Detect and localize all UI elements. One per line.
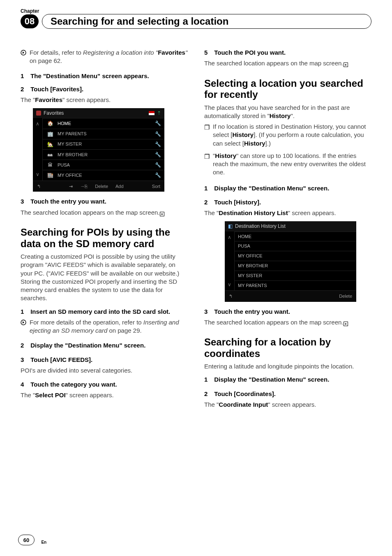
step-title: Display the "Destination Menu" screen.	[214, 376, 329, 383]
list-item-label: MY BROTHER	[238, 263, 352, 269]
note-bold: History	[215, 152, 236, 159]
chapter-title-wrap: Searching for and selecting a location	[42, 14, 371, 29]
step-title: Touch [Coordinates].	[214, 390, 276, 397]
step-number: 4	[21, 380, 29, 389]
ref-italic-2: "	[185, 49, 187, 56]
step-title: Display the "Destination Menu" screen.	[214, 185, 329, 192]
scroll-down-icon[interactable]: ∨	[225, 279, 234, 290]
edit-icon[interactable]: 🔧	[155, 172, 161, 178]
section-title-recent: Selecting a location you searched for re…	[204, 78, 371, 100]
coord-intro: Entering a latitude and longitude pinpoi…	[204, 362, 371, 371]
step-title: Insert an SD memory card into the SD car…	[30, 308, 170, 315]
step-number: 5	[204, 49, 212, 57]
list-item[interactable]: MY PARENTS	[235, 280, 356, 290]
edit-icon[interactable]: 🔧	[155, 151, 161, 158]
body-pre: The "	[21, 96, 35, 103]
list-item-label: MY BROTHER	[58, 152, 152, 158]
flag-icon	[149, 111, 154, 115]
note-bold-2: History	[244, 140, 265, 147]
delete-button[interactable]: Delete	[95, 183, 108, 190]
list-item[interactable]: MY OFFICE	[235, 251, 356, 261]
list-item-label: MY SISTER	[58, 141, 152, 147]
ref-text: For details, refer to	[30, 49, 83, 56]
list-item[interactable]: 🏢MY PARENTS🔧	[43, 129, 164, 139]
list-item-label: PUSA	[58, 162, 152, 168]
end-marker-icon: ■	[160, 212, 164, 216]
language-label: En	[41, 540, 46, 544]
edit-icon[interactable]: 🔧	[155, 141, 161, 148]
scroll-up-icon[interactable]: ∧	[225, 232, 234, 243]
step-number: 1	[204, 184, 212, 192]
chapter-label: Chapter	[21, 8, 371, 14]
favorites-screen-title: Favorites	[44, 110, 64, 116]
body-pre: The "	[21, 392, 35, 398]
list-item[interactable]: HOME	[235, 232, 356, 241]
favorites-screenshot: Favorites ⇡ ∧ ∨ 🏠HOME🔧 🏢MY	[33, 108, 164, 192]
list-item-label: MY OFFICE	[58, 172, 152, 178]
body-post: " screen appears.	[66, 392, 114, 398]
body-post: ".	[291, 112, 295, 119]
body-bold: Destination History List	[219, 209, 288, 216]
scroll-up-icon[interactable]: ∧	[33, 118, 42, 130]
list-item[interactable]: PUSA	[235, 241, 356, 251]
poi-icon: 🏬	[46, 172, 54, 178]
chapter-title: Searching for and selecting a location	[51, 16, 228, 27]
step-title: Display the "Destination Menu" screen.	[30, 342, 145, 349]
back-button[interactable]: ↰	[37, 183, 41, 190]
scroll-down-icon[interactable]: ∨	[33, 169, 42, 180]
note-text: If no location is stored in Destination …	[213, 123, 371, 148]
note-bold: History	[233, 131, 254, 138]
step-number: 3	[21, 197, 29, 206]
step-number: 2	[21, 85, 29, 93]
delete-button[interactable]: Delete	[339, 293, 352, 299]
step-title: Touch the entry you want.	[30, 198, 106, 205]
step-title: Touch [History].	[214, 199, 261, 206]
body-text: The searched location appears on the map…	[204, 319, 344, 326]
section-title-poi: Searching for POIs by using the data on …	[21, 227, 188, 249]
favorites-icon	[36, 111, 41, 116]
edit-icon[interactable]: 🔧	[155, 120, 161, 127]
step-title: Touch the POI you want.	[214, 49, 286, 56]
back-button[interactable]: ↰	[229, 293, 233, 299]
list-item[interactable]: MY SISTER	[235, 271, 356, 280]
poi-icon: 🏛	[46, 162, 54, 168]
import-button[interactable]: →⎘	[80, 183, 88, 190]
body-text: POI's are divided into several categorie…	[21, 366, 188, 375]
list-item-label: MY OFFICE	[238, 253, 352, 259]
body-post: " screen appears.	[268, 401, 316, 408]
body-post: " screen appears.	[288, 209, 336, 216]
body-bold: History	[270, 112, 291, 119]
export-button[interactable]: ⇥	[69, 183, 73, 190]
list-item-label: MY PARENTS	[238, 283, 352, 289]
list-item[interactable]: MY BROTHER	[235, 261, 356, 271]
ref-after: on page 29.	[107, 327, 141, 334]
edit-icon[interactable]: 🔧	[155, 162, 161, 168]
list-item-label: MY SISTER	[238, 273, 352, 279]
list-item[interactable]: 🏬MY OFFICE🔧	[43, 170, 164, 180]
page-footer: 60 En	[18, 535, 46, 545]
step-number: 2	[21, 341, 29, 350]
list-item[interactable]: 🏡MY SISTER🔧	[43, 139, 164, 149]
end-marker-icon: ■	[344, 322, 348, 326]
body-bold: Favorites	[35, 96, 62, 103]
chapter-header: 08 Searching for and selecting a locatio…	[21, 14, 371, 29]
edit-icon[interactable]: 🔧	[155, 131, 161, 137]
body-post: " screen appears.	[62, 96, 111, 103]
sort-button[interactable]: Sort	[152, 183, 160, 190]
list-item[interactable]: 🏘MY BROTHER🔧	[43, 149, 164, 160]
list-item-label: PUSA	[238, 243, 352, 249]
step-title: Touch [Favorites].	[30, 86, 83, 93]
add-button[interactable]: Add	[115, 183, 124, 190]
ref-pre: For more details of the operation, refer…	[30, 319, 143, 326]
step-number: 3	[204, 308, 212, 316]
chapter-number-badge: 08	[21, 14, 39, 28]
body-bold: Select POI	[35, 392, 65, 398]
step-number: 1	[21, 308, 29, 316]
list-item-label: HOME	[238, 234, 352, 240]
body-text: The searched location appears on the map…	[21, 209, 160, 216]
reference-link: For details, refer to Registering a loca…	[30, 49, 188, 65]
list-item[interactable]: 🏠HOME🔧	[43, 118, 164, 128]
section-title-coordinates: Searching for a location by coordinates	[204, 336, 371, 359]
step-number: 2	[204, 198, 212, 206]
list-item[interactable]: 🏛PUSA🔧	[43, 160, 164, 170]
